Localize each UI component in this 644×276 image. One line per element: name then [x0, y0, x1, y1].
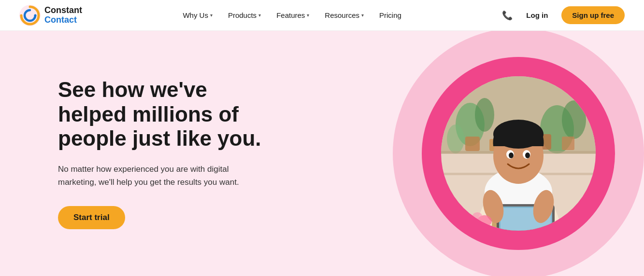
hero-circle-outer [393, 31, 644, 276]
nav-products[interactable]: Products ▾ [222, 7, 267, 23]
chevron-down-icon: ▾ [307, 13, 309, 18]
hero-image-area [383, 31, 644, 276]
nav-features[interactable]: Features ▾ [271, 7, 315, 23]
chevron-down-icon: ▾ [258, 13, 261, 18]
phone-icon[interactable]: 📞 [502, 10, 513, 21]
svg-point-24 [525, 152, 530, 158]
svg-rect-12 [465, 137, 480, 151]
nav-why-us[interactable]: Why Us ▾ [177, 7, 218, 23]
logo-icon [19, 5, 41, 26]
svg-point-6 [475, 98, 494, 132]
svg-point-8 [562, 100, 586, 139]
nav-resources[interactable]: Resources ▾ [319, 7, 370, 23]
svg-point-0 [19, 5, 41, 26]
navigation: Constant Contact Why Us ▾ Products ▾ Fea… [0, 0, 644, 31]
nav-right: 📞 Log in Sign up free [502, 6, 625, 24]
login-button[interactable]: Log in [520, 7, 554, 23]
svg-point-1 [34, 14, 37, 16]
start-trial-button[interactable]: Start trial [58, 206, 125, 229]
svg-point-23 [509, 152, 514, 158]
logo[interactable]: Constant Contact [19, 5, 82, 26]
logo-text: Constant Contact [44, 6, 82, 25]
svg-point-31 [472, 212, 482, 220]
hero-section: See how we've helped millions of people … [0, 31, 644, 276]
hero-circle-inner [422, 57, 615, 250]
hero-content: See how we've helped millions of people … [0, 78, 280, 229]
svg-point-9 [447, 124, 464, 153]
chevron-down-icon: ▾ [361, 13, 364, 18]
logo-brand2: Contact [44, 15, 82, 25]
nav-links: Why Us ▾ Products ▾ Features ▾ Resources… [177, 7, 407, 23]
hero-title: See how we've helped millions of people … [58, 78, 280, 151]
nav-pricing[interactable]: Pricing [373, 7, 407, 23]
chevron-down-icon: ▾ [210, 13, 213, 18]
hero-person-illustration [441, 76, 596, 231]
hero-subtitle: No matter how experienced you are with d… [58, 163, 261, 189]
svg-rect-15 [562, 137, 574, 150]
logo-brand1: Constant [44, 6, 82, 15]
signup-button[interactable]: Sign up free [561, 6, 625, 24]
